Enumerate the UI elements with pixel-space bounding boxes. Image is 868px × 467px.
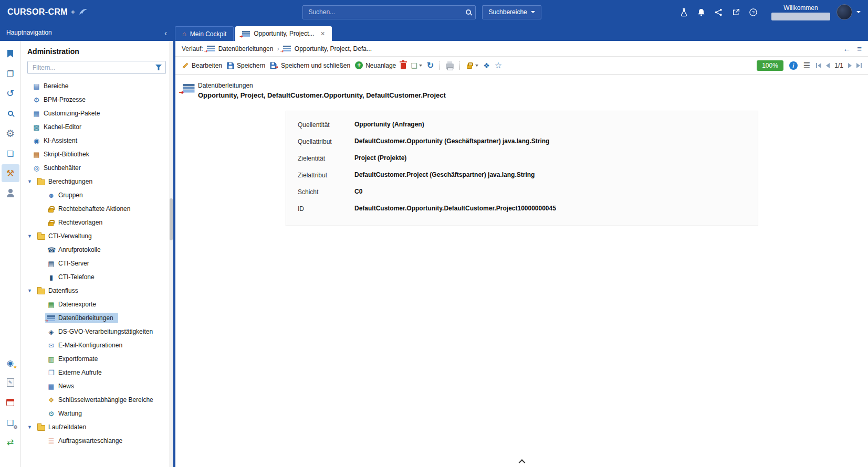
- history-icon[interactable]: ↺: [2, 84, 19, 102]
- admin-tools-icon[interactable]: ⚒: [2, 164, 19, 182]
- sidebar-item-externe-aufrufe[interactable]: ❐Externe Aufrufe: [21, 366, 173, 379]
- sidebar-item-ds-gvo-verarbeitungst-tigkeiten[interactable]: ◈DS-GVO-Verarbeitungstätigkeiten: [21, 325, 173, 338]
- field-row: Zielentität Project (Projekte): [298, 154, 746, 162]
- scrollbar-thumb[interactable]: [170, 198, 173, 240]
- nav-scrollbar[interactable]: [169, 41, 173, 467]
- chevron-down-icon[interactable]: ▼: [27, 424, 35, 430]
- search-areas-button[interactable]: Suchbereiche: [482, 5, 541, 19]
- field-label: ID: [298, 205, 354, 213]
- tab-opportunity-project[interactable]: Opportunity, Project... ×: [235, 26, 331, 41]
- save-close-button[interactable]: Speichern und schließen: [270, 62, 350, 69]
- previous-record-button[interactable]: [826, 63, 830, 68]
- sidebar-item-wartung[interactable]: ⚙Wartung: [21, 407, 173, 420]
- save-button[interactable]: Speichern: [227, 62, 265, 69]
- chevron-down-icon[interactable]: ▼: [27, 288, 35, 293]
- record-pager: 1/1: [816, 62, 862, 69]
- app-logo-text: CURSOR-CRM: [7, 7, 68, 17]
- sidebar-item-daten-berleitungen[interactable]: Datenüberleitungen: [21, 311, 173, 325]
- icon-strip: ❐↺⚙❏⚒ ◉★✎❏⚙⇄: [0, 41, 21, 467]
- print-button: [446, 61, 454, 69]
- icon-strip-top: ❐↺⚙❏⚒: [2, 45, 19, 204]
- sidebar-item-cti-verwaltung[interactable]: ▼CTI-Verwaltung: [21, 229, 173, 243]
- sidebar-item-suchbeh-lter[interactable]: ◎Suchbehälter: [21, 161, 173, 175]
- sidebar-item-cti-telefone[interactable]: ▮CTI-Telefone: [21, 270, 173, 284]
- sidebar-item-schl-sselwertabh-ngige-bereiche[interactable]: ❖Schlüsselwertabhängige Bereiche: [21, 393, 173, 407]
- sidebar-item-e-mail-konfigurationen[interactable]: ✉E-Mail-Konfigurationen: [21, 338, 173, 352]
- edit-button[interactable]: Bearbeiten: [182, 62, 222, 69]
- svg-text:?: ?: [751, 9, 754, 15]
- sidebar-item-cti-server[interactable]: ▤CTI-Server: [21, 257, 173, 270]
- favorites-eye-icon[interactable]: ◉★: [2, 354, 19, 372]
- sidebar-item-customizing-pakete[interactable]: ▦Customizing-Pakete: [21, 107, 173, 120]
- sidebar-item-datenfluss[interactable]: ▼Datenfluss: [21, 284, 173, 298]
- device-icon: ▮: [47, 274, 55, 281]
- share-icon[interactable]: [714, 7, 723, 17]
- sidebar-item-rechtebehaftete-aktionen[interactable]: Rechtebehaftete Aktionen: [21, 202, 173, 216]
- bookmark-icon[interactable]: [2, 45, 19, 62]
- help-icon[interactable]: ?: [748, 7, 758, 17]
- favorite-button[interactable]: ☆: [495, 61, 502, 70]
- sidebar-item-bereiche[interactable]: ▤Bereiche: [21, 79, 173, 93]
- first-record-button[interactable]: [816, 63, 821, 68]
- person-icon[interactable]: [2, 184, 19, 202]
- open-external-icon[interactable]: [731, 7, 740, 17]
- new-record-button[interactable]: + Neuanlage: [355, 61, 396, 69]
- folder-icon: [37, 289, 45, 294]
- hamburger-menu-icon[interactable]: ☰: [803, 61, 810, 69]
- lock-button[interactable]: [466, 62, 478, 69]
- sidebar-item-bpm-prozesse[interactable]: ⚙BPM-Prozesse: [21, 93, 173, 107]
- zoom-badge[interactable]: 100%: [757, 60, 783, 71]
- collapse-panel-chevron-icon[interactable]: [518, 459, 525, 466]
- tree-filter-input[interactable]: [32, 63, 155, 72]
- pencil-icon: [182, 62, 189, 69]
- notifications-bell-icon[interactable]: [696, 7, 706, 17]
- notes-icon[interactable]: ✎: [2, 374, 19, 391]
- search-edit-icon[interactable]: [2, 104, 19, 122]
- breadcrumb-item-datenueberleitungen[interactable]: Datenüberleitungen: [218, 45, 274, 52]
- document-settings-icon[interactable]: ❏⚙: [2, 413, 19, 431]
- panel-menu-icon[interactable]: ≡: [857, 44, 862, 53]
- windows-icon[interactable]: ❐: [2, 65, 19, 82]
- sidebar-item-datenexporte[interactable]: ▤Datenexporte: [21, 298, 173, 311]
- collapse-sidebar-icon[interactable]: ‹: [164, 29, 167, 37]
- filter-funnel-icon[interactable]: [155, 65, 162, 70]
- chevron-down-icon[interactable]: ▼: [27, 234, 35, 239]
- lab-flask-icon[interactable]: [679, 7, 688, 17]
- sync-icon[interactable]: ⇄: [2, 433, 19, 451]
- close-icon[interactable]: ×: [320, 30, 325, 37]
- sidebar-item-news[interactable]: ▦News: [21, 379, 173, 393]
- chevron-right-icon: ›: [277, 45, 279, 52]
- sidebar-item-anrufprotokolle[interactable]: ☎Anrufprotokolle: [21, 243, 173, 257]
- chevron-down-icon[interactable]: ▼: [27, 179, 35, 184]
- settings-gear-icon[interactable]: ⚙: [2, 124, 19, 142]
- sidebar-item-exportformate[interactable]: ▥Exportformate: [21, 352, 173, 366]
- user-menu-chevron-icon[interactable]: [856, 11, 861, 13]
- image-export-button[interactable]: ❏: [411, 62, 422, 69]
- sidebar-item-rechtevorlagen[interactable]: Rechtevorlagen: [21, 216, 173, 229]
- document-icon[interactable]: ❏: [2, 144, 19, 162]
- avatar[interactable]: [836, 4, 852, 20]
- link-record-button[interactable]: ❖: [483, 62, 490, 69]
- nav-tree: ▤Bereiche⚙BPM-Prozesse▦Customizing-Paket…: [21, 79, 173, 448]
- star-icon: ☆: [495, 61, 502, 70]
- last-record-button[interactable]: [856, 63, 862, 68]
- calendar-icon[interactable]: [2, 394, 19, 411]
- sidebar-item-laufzeitdaten[interactable]: ▼Laufzeitdaten: [21, 420, 173, 434]
- sidebar-item-auftragswarteschlange[interactable]: ☰Auftragswarteschlange: [21, 434, 173, 448]
- sidebar-item-kachel-editor[interactable]: ▩Kachel-Editor: [21, 120, 173, 134]
- info-icon[interactable]: i: [789, 61, 798, 70]
- next-record-button[interactable]: [848, 63, 852, 68]
- sidebar-item-gruppen[interactable]: ☻Gruppen: [21, 188, 173, 202]
- breadcrumb-item-opportunity-project[interactable]: Opportunity, Project, Defa...: [295, 45, 372, 52]
- sidebar-item-berechtigungen[interactable]: ▼Berechtigungen: [21, 175, 173, 188]
- refresh-button[interactable]: ↻: [427, 61, 434, 70]
- back-arrow-icon[interactable]: ←: [843, 44, 851, 53]
- sidebar-item-skript-bibliothek[interactable]: ▤Skript-Bibliothek: [21, 147, 173, 161]
- sidebar-item-ki-assistent[interactable]: ◉KI-Assistent: [21, 134, 173, 147]
- delete-button[interactable]: [401, 61, 406, 69]
- app-logo: CURSOR-CRM®: [7, 7, 88, 17]
- search-icon[interactable]: [466, 9, 471, 15]
- main-area: ⌂ Mein Cockpit Opportunity, Project... ×…: [173, 24, 868, 467]
- global-search-input[interactable]: [307, 8, 466, 16]
- tab-mein-cockpit[interactable]: ⌂ Mein Cockpit: [175, 26, 234, 41]
